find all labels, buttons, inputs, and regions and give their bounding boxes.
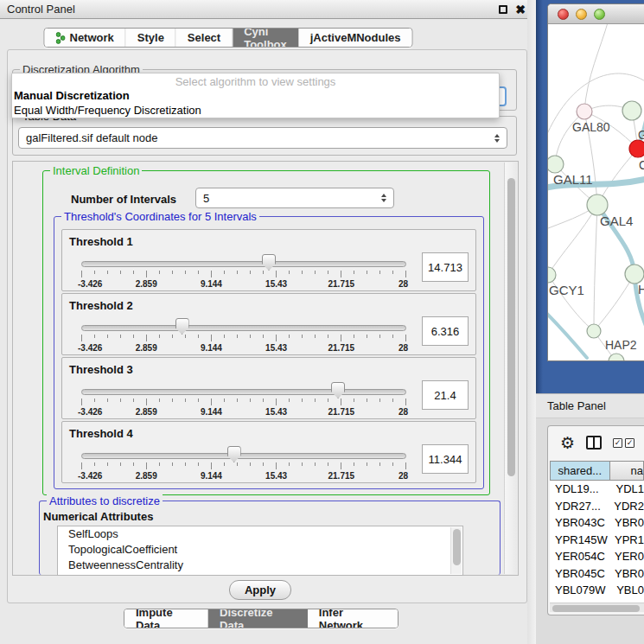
control-panel-title: Control Panel [7,3,75,16]
select-all-columns-icon[interactable]: ✓ [625,438,634,448]
tab-jactivemnodules[interactable]: jActiveMNodules [299,29,412,47]
node-label-gal11: GAL11 [553,172,593,187]
tab-select[interactable]: Select [176,29,233,47]
threshold-1-label: Threshold 1 [69,235,133,248]
table-row[interactable]: YER054CYER0 [550,548,644,565]
list-item[interactable]: BetweennessCentrality [58,558,462,573]
threshold-2-slider-track[interactable] [81,325,406,331]
network-view-window: GAL80 G C GAL11 GAL4 GCY1 H HAP2 [547,3,644,361]
select-columns-icon[interactable]: ✓ [613,438,622,448]
threshold-4-slider-handle[interactable] [227,446,241,462]
tab-network[interactable]: Network [44,29,125,47]
threshold-4-value-field[interactable]: 11.344 [422,444,469,474]
column-header-name[interactable]: na [610,461,644,481]
settings-scrollbar-thumb[interactable] [507,178,515,476]
table-hscrollbar-thumb[interactable] [552,605,640,612]
algorithm-hint: Select algorithm to view settings [12,73,499,89]
table-data-combo[interactable]: galFiltered.sif default node [18,127,507,149]
table-horizontal-scrollbar[interactable] [550,603,644,612]
table-toolbar: ⚙ ✓ ✓ [548,426,644,459]
list-item[interactable]: TopologicalCoefficient [58,542,462,558]
table-data-group: Table Data galFiltered.sif default node [12,116,517,156]
algorithm-dropdown-popup: Select algorithm to view settings Manual… [11,73,500,118]
threshold-1-value-field[interactable]: 14.713 [422,252,469,282]
tab-network-label: Network [69,31,113,44]
table-row[interactable]: YDL19...YDL1 [550,481,644,498]
table-row[interactable]: YPR145WYPR1 [550,532,644,549]
bottom-tabbar: Impute Data Discretize Data Infer Networ… [124,609,399,628]
threshold-2-ticks [81,335,406,342]
tab-infer-network[interactable]: Infer Network [308,609,398,628]
tab-style[interactable]: Style [126,29,176,47]
attributes-group: Attributes to discretize Numerical Attri… [39,501,501,575]
tab-select-label: Select [188,31,220,44]
threshold-4-tick-labels: -3.4262.8599.14415.4321.71528 [81,471,406,481]
threshold-2-value-field[interactable]: 6.316 [422,316,469,346]
threshold-3-slider-track[interactable] [81,389,406,395]
node-hap2[interactable] [587,324,601,338]
number-of-intervals-combo[interactable]: 5 [195,188,394,208]
threshold-1-panel: Threshold 1 -3.4262.8599.14415.4321.7152… [61,229,476,291]
tab-infer-label: Infer Network [319,609,386,628]
node-label-g-partial: G [638,128,644,142]
node-gal4[interactable] [587,194,608,215]
interval-definition-title: Interval Definition [50,164,142,177]
threshold-3-panel: Threshold 3 -3.4262.8599.14415.4321.7152… [61,357,476,419]
table-panel-header: Table Panel [536,393,644,418]
settings-scrollbar[interactable] [504,163,517,574]
zoom-button[interactable] [594,9,605,20]
threshold-2-slider-handle[interactable] [175,318,189,335]
thresholds-group: Threshold's Coordinates for 5 Intervals … [54,216,484,489]
number-of-intervals-label: Number of Intervals [71,193,176,206]
gear-icon[interactable]: ⚙ [560,435,575,451]
close-icon[interactable]: ✖ [515,5,526,14]
node-gal80-neighbor[interactable] [577,104,592,119]
algorithm-option-manual[interactable]: Manual Discretization [12,89,499,104]
table-row[interactable]: YDR27...YDR2 [550,498,644,515]
algorithm-option-equal-width[interactable]: Equal Width/Frequency Discretization [12,104,499,118]
tab-jactive-label: jActiveMNodules [310,31,401,44]
threshold-4-slider-track[interactable] [81,453,406,459]
threshold-2-label: Threshold 2 [69,299,133,312]
threshold-1-tick-labels: -3.4262.8599.14415.4321.71528 [81,279,406,289]
table-row[interactable]: YBL079WYBL0 [550,582,644,599]
network-icon [55,32,65,44]
threshold-3-value-field[interactable]: 21.4 [422,380,469,410]
combo-spinner-icon [491,134,507,143]
node-h[interactable] [625,265,644,284]
float-window-icon[interactable] [499,5,507,14]
table-header-row: shared... na [550,461,644,481]
network-graph: GAL80 G C GAL11 GAL4 GCY1 H HAP2 [548,24,644,361]
threshold-2-panel: Threshold 2 -3.4262.8599.14415.4321.7152… [61,293,476,355]
node-gcy1[interactable] [548,267,556,283]
table-row[interactable]: YBR043CYBR0 [550,514,644,532]
node-red-selected[interactable] [629,140,644,157]
threshold-1-slider-track[interactable] [81,261,406,267]
thresholds-group-title: Threshold's Coordinates for 5 Intervals [61,210,259,223]
close-button[interactable] [558,9,569,20]
number-of-intervals-value: 5 [203,192,209,205]
threshold-1-slider-handle[interactable] [262,254,276,271]
list-scrollbar[interactable] [450,527,462,574]
threshold-3-slider-handle[interactable] [331,382,345,399]
network-canvas[interactable]: GAL80 G C GAL11 GAL4 GCY1 H HAP2 [548,24,644,360]
table-row[interactable]: YBR045CYBR0 [550,565,644,583]
tab-cyni-label: Cyni Toolbox [244,28,287,48]
tab-impute-label: Impute Data [136,609,196,628]
numerical-attributes-list[interactable]: SelfLoops TopologicalCoefficient Between… [57,526,463,576]
apply-button[interactable]: Apply [229,580,291,600]
column-header-shared-name[interactable]: shared... [550,461,610,481]
tab-cyni-toolbox[interactable]: Cyni Toolbox [233,29,299,47]
attributes-group-title: Attributes to discretize [47,494,163,507]
tab-impute-data[interactable]: Impute Data [124,609,208,628]
threshold-1-ticks [81,271,406,278]
panel-divider [527,0,536,644]
list-item[interactable]: SelfLoops [58,526,462,542]
threshold-3-tick-labels: -3.4262.8599.14415.4321.71528 [81,407,406,417]
minimize-button[interactable] [576,9,587,20]
split-columns-icon[interactable] [586,436,602,450]
tab-discretize-data[interactable]: Discretize Data [208,609,308,628]
node-gal11[interactable] [548,156,564,173]
node-green-top[interactable] [622,101,641,120]
numerical-attributes-label: Numerical Attributes [43,510,153,523]
